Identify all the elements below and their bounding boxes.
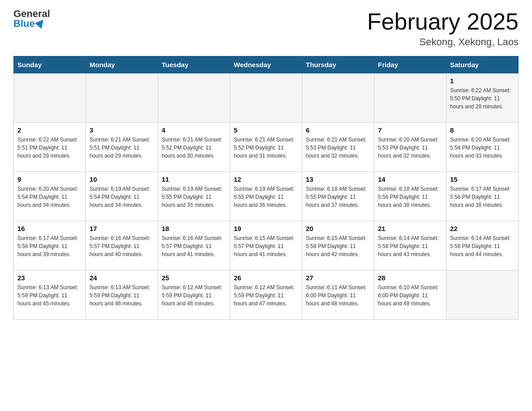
day-info: Sunrise: 6:19 AM Sunset: 5:54 PM Dayligh… bbox=[90, 185, 154, 209]
day-number: 2 bbox=[17, 126, 82, 134]
day-info: Sunrise: 6:10 AM Sunset: 6:00 PM Dayligh… bbox=[378, 283, 442, 308]
calendar-cell: 7Sunrise: 6:20 AM Sunset: 5:53 PM Daylig… bbox=[374, 123, 446, 172]
calendar-cell: 13Sunrise: 6:18 AM Sunset: 5:55 PM Dayli… bbox=[302, 172, 374, 221]
day-info: Sunrise: 6:15 AM Sunset: 5:58 PM Dayligh… bbox=[306, 234, 370, 258]
calendar-cell: 4Sunrise: 6:21 AM Sunset: 5:52 PM Daylig… bbox=[158, 123, 230, 172]
calendar-title: February 2025 bbox=[367, 9, 519, 34]
day-number: 21 bbox=[378, 225, 442, 232]
weekday-header-tuesday: Tuesday bbox=[158, 56, 230, 73]
day-info: Sunrise: 6:21 AM Sunset: 5:51 PM Dayligh… bbox=[90, 136, 154, 160]
calendar-cell: 1Sunrise: 6:22 AM Sunset: 5:50 PM Daylig… bbox=[446, 73, 519, 123]
calendar-cell bbox=[86, 73, 158, 123]
day-number: 24 bbox=[90, 274, 154, 282]
calendar-cell: 15Sunrise: 6:17 AM Sunset: 5:56 PM Dayli… bbox=[446, 172, 519, 221]
day-number: 8 bbox=[450, 126, 515, 134]
day-number: 18 bbox=[162, 225, 226, 232]
day-info: Sunrise: 6:16 AM Sunset: 5:57 PM Dayligh… bbox=[90, 234, 154, 258]
title-block: February 2025 Sekong, Xekong, Laos bbox=[367, 9, 519, 48]
day-number: 12 bbox=[234, 176, 298, 183]
logo-blue-text: Blue bbox=[13, 19, 45, 29]
day-number: 16 bbox=[17, 225, 82, 232]
day-number: 17 bbox=[90, 225, 154, 232]
calendar-week-2: 2Sunrise: 6:22 AM Sunset: 5:51 PM Daylig… bbox=[14, 123, 519, 172]
day-number: 26 bbox=[234, 274, 298, 282]
calendar-cell: 16Sunrise: 6:17 AM Sunset: 5:56 PM Dayli… bbox=[14, 221, 86, 270]
logo-blue-label: Blue bbox=[13, 19, 35, 29]
day-number: 20 bbox=[306, 225, 370, 232]
calendar-cell: 9Sunrise: 6:20 AM Sunset: 5:54 PM Daylig… bbox=[14, 172, 86, 221]
calendar-week-3: 9Sunrise: 6:20 AM Sunset: 5:54 PM Daylig… bbox=[14, 172, 519, 221]
day-info: Sunrise: 6:15 AM Sunset: 5:57 PM Dayligh… bbox=[234, 234, 298, 258]
day-info: Sunrise: 6:21 AM Sunset: 5:52 PM Dayligh… bbox=[162, 136, 226, 160]
day-info: Sunrise: 6:17 AM Sunset: 5:56 PM Dayligh… bbox=[450, 185, 515, 209]
calendar-cell bbox=[14, 73, 86, 123]
day-number: 27 bbox=[306, 274, 370, 282]
day-info: Sunrise: 6:21 AM Sunset: 5:53 PM Dayligh… bbox=[306, 136, 370, 160]
weekday-header-wednesday: Wednesday bbox=[230, 56, 302, 73]
calendar-cell bbox=[302, 73, 374, 123]
calendar-cell: 22Sunrise: 6:14 AM Sunset: 5:58 PM Dayli… bbox=[446, 221, 519, 270]
calendar-cell: 14Sunrise: 6:18 AM Sunset: 5:56 PM Dayli… bbox=[374, 172, 446, 221]
day-info: Sunrise: 6:12 AM Sunset: 5:59 PM Dayligh… bbox=[162, 283, 226, 308]
calendar-week-4: 16Sunrise: 6:17 AM Sunset: 5:56 PM Dayli… bbox=[14, 221, 519, 270]
calendar-cell: 12Sunrise: 6:19 AM Sunset: 5:55 PM Dayli… bbox=[230, 172, 302, 221]
calendar-cell: 27Sunrise: 6:11 AM Sunset: 6:00 PM Dayli… bbox=[302, 270, 374, 320]
calendar-cell: 24Sunrise: 6:13 AM Sunset: 5:59 PM Dayli… bbox=[86, 270, 158, 320]
day-number: 23 bbox=[17, 274, 82, 282]
day-info: Sunrise: 6:20 AM Sunset: 5:53 PM Dayligh… bbox=[378, 136, 442, 160]
calendar-week-5: 23Sunrise: 6:13 AM Sunset: 5:59 PM Dayli… bbox=[14, 270, 519, 320]
weekday-header-saturday: Saturday bbox=[446, 56, 519, 73]
calendar-cell: 10Sunrise: 6:19 AM Sunset: 5:54 PM Dayli… bbox=[86, 172, 158, 221]
calendar-cell: 25Sunrise: 6:12 AM Sunset: 5:59 PM Dayli… bbox=[158, 270, 230, 320]
logo: General Blue bbox=[13, 9, 50, 29]
day-number: 19 bbox=[234, 225, 298, 232]
day-info: Sunrise: 6:14 AM Sunset: 5:58 PM Dayligh… bbox=[378, 234, 442, 258]
page-header: General Blue February 2025 Sekong, Xekon… bbox=[13, 9, 519, 48]
location-subtitle: Sekong, Xekong, Laos bbox=[367, 36, 519, 48]
weekday-header-thursday: Thursday bbox=[302, 56, 374, 73]
weekday-header-monday: Monday bbox=[86, 56, 158, 73]
calendar-cell: 11Sunrise: 6:19 AM Sunset: 5:55 PM Dayli… bbox=[158, 172, 230, 221]
day-info: Sunrise: 6:19 AM Sunset: 5:55 PM Dayligh… bbox=[234, 185, 298, 209]
day-number: 28 bbox=[378, 274, 442, 282]
day-number: 6 bbox=[306, 126, 370, 134]
day-info: Sunrise: 6:13 AM Sunset: 5:59 PM Dayligh… bbox=[17, 283, 82, 308]
calendar-cell: 21Sunrise: 6:14 AM Sunset: 5:58 PM Dayli… bbox=[374, 221, 446, 270]
day-number: 11 bbox=[162, 176, 226, 183]
day-info: Sunrise: 6:11 AM Sunset: 6:00 PM Dayligh… bbox=[306, 283, 370, 308]
calendar-table: SundayMondayTuesdayWednesdayThursdayFrid… bbox=[13, 56, 519, 320]
calendar-cell bbox=[158, 73, 230, 123]
day-number: 22 bbox=[450, 225, 515, 232]
day-info: Sunrise: 6:21 AM Sunset: 5:52 PM Dayligh… bbox=[234, 136, 298, 160]
day-info: Sunrise: 6:22 AM Sunset: 5:51 PM Dayligh… bbox=[17, 136, 82, 160]
day-number: 1 bbox=[450, 77, 515, 85]
calendar-cell: 18Sunrise: 6:16 AM Sunset: 5:57 PM Dayli… bbox=[158, 221, 230, 270]
calendar-cell: 26Sunrise: 6:12 AM Sunset: 5:59 PM Dayli… bbox=[230, 270, 302, 320]
day-info: Sunrise: 6:16 AM Sunset: 5:57 PM Dayligh… bbox=[162, 234, 226, 258]
calendar-week-1: 1Sunrise: 6:22 AM Sunset: 5:50 PM Daylig… bbox=[14, 73, 519, 123]
calendar-cell: 2Sunrise: 6:22 AM Sunset: 5:51 PM Daylig… bbox=[14, 123, 86, 172]
day-info: Sunrise: 6:22 AM Sunset: 5:50 PM Dayligh… bbox=[450, 86, 515, 111]
calendar-cell bbox=[374, 73, 446, 123]
calendar-cell: 23Sunrise: 6:13 AM Sunset: 5:59 PM Dayli… bbox=[14, 270, 86, 320]
calendar-body: 1Sunrise: 6:22 AM Sunset: 5:50 PM Daylig… bbox=[14, 73, 519, 320]
day-number: 3 bbox=[90, 126, 154, 134]
calendar-cell: 28Sunrise: 6:10 AM Sunset: 6:00 PM Dayli… bbox=[374, 270, 446, 320]
day-number: 5 bbox=[234, 126, 298, 134]
calendar-cell: 6Sunrise: 6:21 AM Sunset: 5:53 PM Daylig… bbox=[302, 123, 374, 172]
day-info: Sunrise: 6:19 AM Sunset: 5:55 PM Dayligh… bbox=[162, 185, 226, 209]
calendar-cell: 20Sunrise: 6:15 AM Sunset: 5:58 PM Dayli… bbox=[302, 221, 374, 270]
day-number: 10 bbox=[90, 176, 154, 183]
day-number: 14 bbox=[378, 176, 442, 183]
calendar-cell: 19Sunrise: 6:15 AM Sunset: 5:57 PM Dayli… bbox=[230, 221, 302, 270]
day-info: Sunrise: 6:18 AM Sunset: 5:56 PM Dayligh… bbox=[378, 185, 442, 209]
calendar-cell bbox=[230, 73, 302, 123]
weekday-row: SundayMondayTuesdayWednesdayThursdayFrid… bbox=[14, 56, 519, 73]
day-number: 25 bbox=[162, 274, 226, 282]
day-number: 4 bbox=[162, 126, 226, 134]
weekday-header-sunday: Sunday bbox=[14, 56, 86, 73]
day-info: Sunrise: 6:20 AM Sunset: 5:54 PM Dayligh… bbox=[450, 136, 515, 160]
calendar-header: SundayMondayTuesdayWednesdayThursdayFrid… bbox=[14, 56, 519, 73]
day-number: 9 bbox=[17, 176, 82, 183]
calendar-cell: 8Sunrise: 6:20 AM Sunset: 5:54 PM Daylig… bbox=[446, 123, 519, 172]
